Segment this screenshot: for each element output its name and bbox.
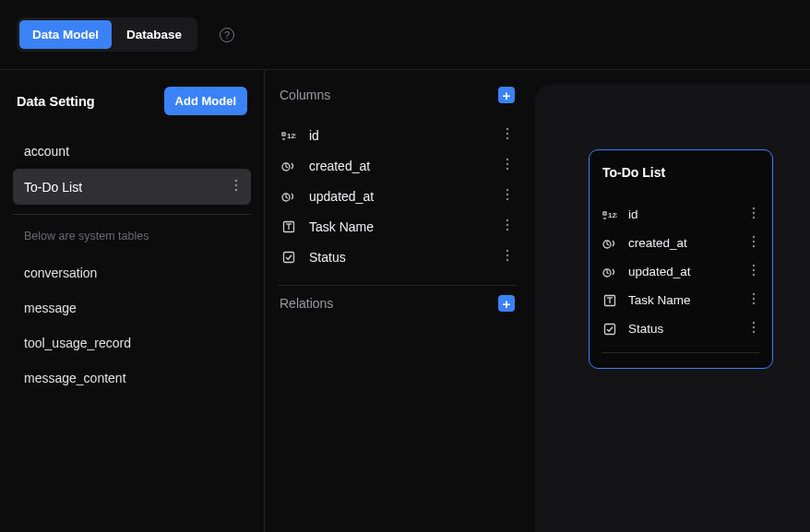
column-menu-icon[interactable] — [502, 127, 513, 143]
text-icon — [281, 219, 296, 234]
tab-database[interactable]: Database — [113, 20, 195, 49]
add-column-button[interactable]: + — [498, 87, 515, 103]
svg-text:123: 123 — [287, 132, 296, 140]
checkbox-icon — [281, 250, 296, 265]
column-row[interactable]: created_at — [278, 150, 517, 181]
columns-panel: Columns + 123 id created_at updated_at T… — [264, 70, 526, 532]
sidebar: Data Setting Add Model account To-Do Lis… — [0, 70, 264, 532]
svg-point-53 — [753, 298, 755, 300]
column-name: updated_at — [628, 265, 737, 278]
model-item-label: account — [24, 144, 69, 159]
column-row[interactable]: 123 id — [278, 120, 517, 150]
column-row[interactable]: Task Name — [278, 211, 517, 242]
node-column-list: 123 id created_at updated_at Task Name S… — [602, 200, 759, 343]
sidebar-title: Data Setting — [17, 94, 95, 109]
pk-icon: 123 — [281, 128, 296, 143]
svg-point-52 — [753, 293, 755, 295]
pk-icon: 123 — [602, 207, 617, 222]
svg-point-2 — [235, 189, 238, 192]
add-model-button[interactable]: Add Model — [164, 87, 247, 115]
svg-point-6 — [506, 128, 508, 130]
svg-point-28 — [506, 250, 508, 252]
svg-point-34 — [753, 207, 755, 209]
time-icon — [602, 265, 617, 279]
node-column-row[interactable]: Status — [602, 314, 759, 343]
column-menu-icon[interactable] — [502, 188, 513, 204]
column-row[interactable]: Status — [278, 242, 517, 272]
top-bar: Data Model Database ? — [0, 0, 810, 70]
svg-point-46 — [753, 265, 755, 266]
svg-point-19 — [506, 194, 508, 195]
node-column-row[interactable]: 123 id — [602, 200, 759, 229]
help-icon[interactable]: ? — [220, 28, 234, 42]
column-row[interactable]: updated_at — [278, 181, 517, 211]
svg-point-35 — [753, 212, 755, 214]
svg-point-13 — [506, 163, 508, 165]
svg-line-11 — [286, 167, 288, 168]
column-menu-icon[interactable] — [502, 219, 513, 234]
svg-rect-55 — [605, 324, 615, 334]
svg-point-25 — [506, 224, 508, 226]
svg-line-45 — [607, 273, 609, 274]
column-name: Task Name — [628, 293, 737, 307]
svg-point-41 — [753, 241, 755, 242]
svg-point-58 — [753, 331, 755, 333]
svg-text:123: 123 — [608, 211, 617, 219]
svg-rect-31 — [603, 212, 606, 215]
system-model-list: conversation message tool_usage_record m… — [13, 255, 251, 396]
canvas-surface[interactable]: To-Do List 123 id created_at updated_at … — [535, 85, 810, 532]
column-menu-icon[interactable] — [502, 249, 513, 265]
divider — [13, 214, 251, 215]
time-icon — [602, 236, 617, 251]
time-icon — [281, 159, 296, 173]
column-menu-icon[interactable] — [502, 158, 513, 173]
svg-point-14 — [506, 168, 508, 170]
column-menu-icon[interactable] — [748, 207, 759, 222]
model-node-to-do-list[interactable]: To-Do List 123 id created_at updated_at … — [589, 149, 773, 369]
node-column-row[interactable]: updated_at — [602, 257, 759, 286]
svg-point-20 — [506, 198, 508, 200]
svg-point-47 — [753, 269, 755, 271]
column-menu-icon[interactable] — [748, 321, 759, 337]
svg-point-24 — [506, 219, 508, 221]
time-icon — [281, 189, 296, 204]
add-relation-button[interactable]: + — [498, 295, 515, 312]
divider — [602, 352, 759, 353]
checkbox-icon — [602, 322, 617, 337]
svg-point-7 — [506, 133, 508, 135]
model-item-message-content[interactable]: message_content — [13, 361, 251, 396]
column-menu-icon[interactable] — [748, 235, 759, 251]
model-item-label: message_content — [24, 371, 126, 385]
column-name: Status — [628, 322, 737, 336]
model-item-to-do-list[interactable]: To-Do List — [13, 169, 251, 205]
svg-point-54 — [753, 302, 755, 304]
model-item-menu-icon[interactable] — [232, 179, 240, 195]
model-item-tool-usage-record[interactable]: tool_usage_record — [13, 325, 251, 361]
tab-data-model[interactable]: Data Model — [19, 20, 112, 49]
svg-point-1 — [235, 184, 238, 187]
divider — [278, 285, 517, 286]
model-item-account[interactable]: account — [13, 134, 251, 169]
column-name: id — [309, 128, 489, 143]
svg-point-18 — [506, 189, 508, 191]
column-name: created_at — [309, 159, 489, 173]
column-name: updated_at — [309, 189, 489, 204]
model-item-conversation[interactable]: conversation — [13, 255, 251, 290]
svg-point-29 — [506, 254, 508, 256]
relations-header: Relations — [280, 296, 333, 311]
svg-point-42 — [753, 245, 755, 247]
model-item-message[interactable]: message — [13, 290, 251, 325]
canvas: To-Do List 123 id created_at updated_at … — [526, 70, 810, 532]
text-icon — [602, 293, 617, 308]
node-column-row[interactable]: created_at — [602, 229, 759, 257]
svg-point-36 — [753, 217, 755, 219]
column-name: created_at — [628, 236, 737, 250]
node-column-row[interactable]: Task Name — [602, 286, 759, 314]
model-item-label: message — [24, 301, 77, 315]
model-item-label: conversation — [24, 266, 97, 280]
column-menu-icon[interactable] — [748, 292, 759, 308]
column-name: id — [628, 207, 737, 221]
column-name: Task Name — [309, 219, 489, 234]
column-menu-icon[interactable] — [748, 264, 759, 279]
model-item-label: tool_usage_record — [24, 336, 131, 350]
